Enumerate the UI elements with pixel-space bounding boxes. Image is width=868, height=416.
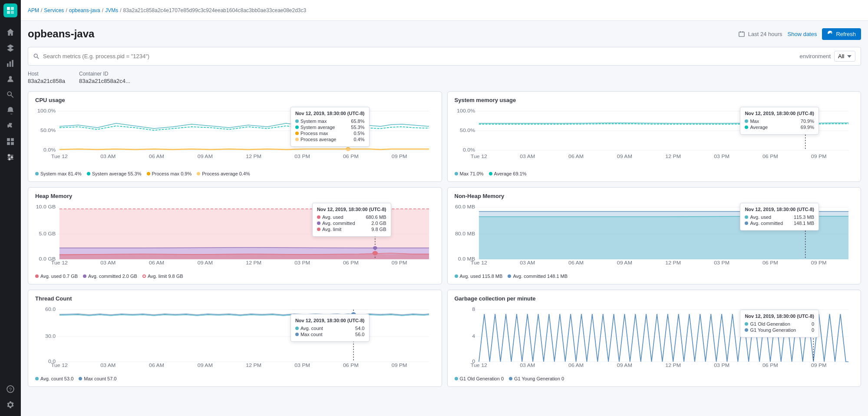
- thread-chart-svg: 60.0 30.0 0.0 Tue 12 03 AM 06 AM: [35, 305, 435, 368]
- svg-rect-13: [11, 142, 14, 145]
- sidebar-chart-icon[interactable]: [3, 56, 17, 70]
- svg-text:06 AM: 06 AM: [149, 261, 164, 265]
- svg-point-35: [346, 123, 350, 127]
- header-controls: Last 24 hours Show dates Refresh: [739, 28, 861, 40]
- svg-text:12 PM: 12 PM: [665, 261, 681, 265]
- thread-chart-card: Thread Count 60.0 30.0 0.0: [28, 290, 442, 387]
- svg-line-26: [37, 57, 39, 59]
- svg-point-18: [11, 156, 13, 158]
- svg-text:Tue 12: Tue 12: [470, 261, 487, 265]
- svg-point-111: [351, 312, 356, 316]
- memory-chart-card: System memory usage 100.0% 50.0% 0.0%: [447, 91, 861, 182]
- sidebar-puzzle-icon[interactable]: [3, 119, 17, 133]
- svg-text:09 PM: 09 PM: [392, 154, 407, 159]
- gc-legend-2: G1 Young Generation 0: [509, 376, 564, 381]
- svg-point-37: [346, 148, 350, 151]
- nonheap-legend-1: Avg. used 115.8 MB: [455, 274, 503, 279]
- page-title: opbeans-java: [28, 28, 94, 40]
- thread-legend-1: Avg. count 53.0: [35, 376, 73, 381]
- svg-point-74: [373, 246, 377, 250]
- svg-point-73: [373, 251, 378, 255]
- svg-text:06 PM: 06 PM: [343, 363, 359, 368]
- breadcrumb-services[interactable]: Services: [44, 7, 64, 13]
- heap-chart-title: Heap Memory: [35, 193, 435, 199]
- svg-text:Tue 12: Tue 12: [51, 363, 68, 368]
- svg-point-19: [9, 158, 11, 160]
- svg-text:03 AM: 03 AM: [520, 261, 535, 265]
- env-select[interactable]: All: [834, 51, 855, 62]
- svg-text:12 PM: 12 PM: [246, 363, 261, 368]
- heap-legend-3: Avg. limit 9.8 GB: [142, 274, 183, 279]
- breadcrumb-opbeans[interactable]: opbeans-java: [69, 7, 100, 13]
- sidebar-user-icon[interactable]: [3, 72, 17, 86]
- sidebar-search-icon[interactable]: [3, 88, 17, 102]
- breadcrumb-jvms[interactable]: JVMs: [105, 7, 118, 13]
- heap-legend-2: Avg. committed 2.0 GB: [83, 274, 137, 279]
- svg-rect-1: [11, 7, 14, 10]
- host-label: Host: [28, 71, 65, 77]
- svg-point-7: [9, 76, 12, 79]
- host-info: Host 83a2a21c858a: [28, 71, 65, 84]
- svg-text:06 AM: 06 AM: [568, 261, 583, 265]
- svg-text:03 PM: 03 PM: [294, 363, 310, 368]
- svg-text:06 AM: 06 AM: [149, 363, 164, 368]
- svg-point-94: [803, 210, 807, 213]
- page-header: opbeans-java Last 24 hours Show dates Re…: [28, 28, 861, 40]
- svg-text:30.0: 30.0: [45, 334, 56, 339]
- svg-text:09 AM: 09 AM: [617, 261, 632, 265]
- svg-text:06 AM: 06 AM: [149, 154, 164, 159]
- cpu-chart-title: CPU usage: [35, 97, 435, 103]
- search-input[interactable]: [43, 53, 796, 59]
- breadcrumb-sep4: /: [120, 7, 121, 13]
- nonheap-chart-wrap: 160.0 MB 80.0 MB 0.0 MB: [455, 203, 854, 270]
- svg-rect-4: [7, 63, 8, 67]
- sidebar-grid-icon[interactable]: [3, 135, 17, 149]
- refresh-label: Refresh: [836, 31, 856, 37]
- page-content: opbeans-java Last 24 hours Show dates Re…: [21, 21, 868, 416]
- thread-chart-wrap: 60.0 30.0 0.0 Tue 12 03 AM 06 AM: [35, 305, 435, 373]
- nonheap-chart-card: Non-Heap Memory 160.0 MB 80.0 MB 0.0 MB: [447, 187, 861, 284]
- svg-text:03 AM: 03 AM: [520, 363, 535, 368]
- svg-text:09 PM: 09 PM: [811, 154, 826, 159]
- svg-text:50.0%: 50.0%: [40, 128, 56, 133]
- svg-text:0.0%: 0.0%: [462, 148, 475, 152]
- svg-rect-3: [11, 11, 14, 14]
- thread-legend: Avg. count 53.0 Max count 57.0: [35, 376, 435, 381]
- svg-text:09 AM: 09 AM: [198, 261, 213, 265]
- svg-text:09 AM: 09 AM: [617, 154, 632, 159]
- svg-rect-0: [7, 7, 10, 10]
- svg-text:03 AM: 03 AM: [100, 363, 116, 368]
- svg-text:06 PM: 06 PM: [343, 154, 359, 159]
- svg-point-8: [7, 92, 11, 96]
- sidebar-home-icon[interactable]: [3, 25, 17, 39]
- svg-text:03 PM: 03 PM: [714, 154, 729, 159]
- svg-text:Tue 12: Tue 12: [470, 363, 487, 368]
- sidebar-layers-icon[interactable]: [3, 41, 17, 55]
- sidebar-sliders-icon[interactable]: [3, 150, 17, 164]
- svg-point-54: [803, 122, 807, 125]
- breadcrumb-apm[interactable]: APM: [28, 7, 39, 13]
- svg-text:03 PM: 03 PM: [294, 154, 310, 159]
- refresh-icon: [827, 31, 833, 37]
- svg-marker-91: [479, 217, 848, 259]
- svg-point-17: [8, 154, 10, 156]
- gc-chart-card: Garbage collection per minute 8 4 0: [447, 290, 861, 387]
- svg-text:06 AM: 06 AM: [568, 363, 583, 368]
- svg-text:60.0: 60.0: [45, 307, 56, 312]
- sidebar-bell-icon[interactable]: [3, 103, 17, 117]
- time-filter-label: Last 24 hours: [748, 31, 782, 37]
- sidebar: ?: [0, 0, 21, 416]
- svg-text:06 PM: 06 PM: [762, 363, 778, 368]
- sidebar-gear-icon[interactable]: [3, 398, 17, 412]
- show-dates-button[interactable]: Show dates: [788, 31, 817, 37]
- refresh-button[interactable]: Refresh: [822, 28, 861, 40]
- env-label: environment: [799, 53, 831, 59]
- heap-chart-svg: 10.0 GB 5.0 GB 0.0 GB: [35, 203, 435, 266]
- heap-chart-wrap: 10.0 GB 5.0 GB 0.0 GB: [35, 203, 435, 270]
- app-logo[interactable]: [3, 3, 17, 17]
- svg-point-127: [811, 312, 815, 316]
- heap-legend: Avg. used 0.7 GB Avg. committed 2.0 GB A…: [35, 274, 435, 279]
- cpu-chart-wrap: 100.0% 50.0% 0.0%: [35, 107, 435, 168]
- sidebar-help-icon[interactable]: ?: [3, 382, 17, 396]
- gc-legend-1: G1 Old Generation 0: [455, 376, 504, 381]
